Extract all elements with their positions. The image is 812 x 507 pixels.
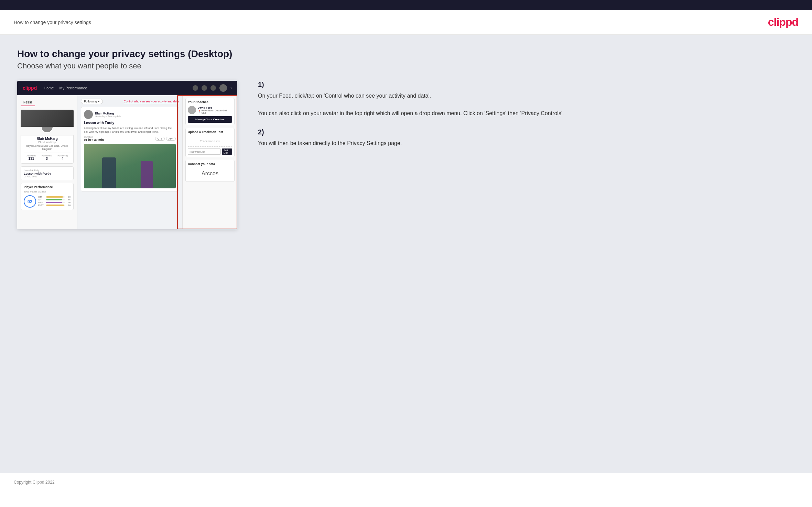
perf-bar-putt-val: 96 [66,204,71,206]
app-nav: clippd Home My Performance ▾ [17,81,237,95]
nav-avatar[interactable] [219,84,227,92]
post-author-row: Blair McHarg Yesterday · Sunningdale [84,110,176,119]
feed-tab[interactable]: Feed [21,99,35,106]
trackman-placeholder-text: Trackman Link [200,140,220,143]
latest-activity-card: Latest Activity Lesson with Fordy 03 Aug… [21,166,74,180]
coach-club-name: Royal North Devon Golf Club [202,109,232,114]
stat-followers-value: 3 [42,157,52,161]
breadcrumb: How to change your privacy settings [14,20,91,25]
nav-dropdown-icon: ▾ [230,87,232,90]
footer-copyright: Copyright Clippd 2022 [14,480,55,485]
app-right-panel: Your Coaches David Ford 📍 Royal North De… [182,95,237,229]
page-title: How to change your privacy settings (Des… [17,48,795,59]
post-image [84,144,176,188]
trackman-title: Upload a Trackman Test [188,130,232,134]
golf-figure-2 [141,161,153,188]
step-2-number: 2) [258,128,795,136]
privacy-link[interactable]: Control who can see your activity and da… [124,100,179,103]
connect-title: Connect your data [188,162,232,166]
golf-figure-1 [102,157,116,188]
app-sidebar: Feed Blair McHarg Plus Handicap Royal No… [17,95,77,229]
perf-bar-ott: OTT 90 [38,196,71,198]
search-icon[interactable] [193,85,198,91]
stat-activities-value: 131 [26,157,36,161]
perf-bar-ott-track [46,196,65,198]
perf-bar-app-label: APP [38,199,45,201]
stat-following: Following 4 [57,154,68,161]
plus-icon[interactable] [210,85,216,91]
stat-activities: Activities 131 [26,154,36,161]
latest-activity-name: Lesson with Fordy [24,172,71,175]
post-desc: Looking to feel like my hands are exitin… [84,126,176,134]
perf-title: Player Performance [24,185,71,189]
stat-activities-label: Activities [26,154,36,157]
step-1-text: On your Feed, click/tap on 'Control who … [258,91,795,118]
perf-bar-arg-track [46,202,65,203]
latest-activity-date: 03 Aug 2022 [24,175,71,178]
post-duration-info: Duration 01 hr : 30 min [84,136,104,142]
stat-followers-label: Followers [42,154,52,157]
coach-club: 📍 Royal North Devon Golf Club [198,109,232,114]
profile-handicap: Plus Handicap [24,141,71,144]
profile-name: Blair McHarg [24,137,71,141]
perf-bar-app-val: 85 [66,199,71,201]
perf-quality-label: Total Player Quality [24,190,71,193]
perf-bar-ott-label: OTT [38,196,45,198]
arccos-logo: Arccos [188,168,232,179]
connect-section: Connect your data Arccos [185,160,235,182]
step-2: 2) You will then be taken directly to th… [258,128,795,148]
app-nav-right: ▾ [193,84,232,92]
post-author-name: Blair McHarg [95,112,121,115]
app-feed: Following ▾ Control who can see your act… [77,95,182,229]
demo-wrapper: clippd Home My Performance ▾ Feed [17,81,795,229]
coaches-section: Your Coaches David Ford 📍 Royal North De… [185,98,235,125]
perf-bar-arg-fill [46,202,62,203]
manage-coaches-button[interactable]: Manage Your Coaches [188,116,232,123]
site-footer: Copyright Clippd 2022 [0,473,812,491]
stat-followers: Followers 3 [42,154,52,161]
main-content: How to change your privacy settings (Des… [0,35,812,473]
coach-info: David Ford 📍 Royal North Devon Golf Club [198,106,232,114]
perf-bar-putt: PUTT 96 [38,204,71,206]
post-author-avatar [84,110,93,119]
coach-row: David Ford 📍 Royal North Devon Golf Club [188,106,232,114]
perf-bar-putt-track [46,205,65,206]
page-subtitle: Choose what you want people to see [17,62,795,70]
coach-name: David Ford [198,106,232,109]
post-title: Lesson with Fordy [84,121,176,125]
profile-banner [21,110,74,127]
post-duration-row: Duration 01 hr : 30 min OTT APP [84,136,176,142]
following-button[interactable]: Following ▾ [81,99,103,104]
step-1: 1) On your Feed, click/tap on 'Control w… [258,81,795,118]
post-duration-value: 01 hr : 30 min [84,138,104,142]
app-nav-links: Home My Performance [44,86,87,90]
profile-card: Blair McHarg Plus Handicap Royal North D… [21,135,74,164]
trackman-add-button[interactable]: Add Link [222,148,232,155]
profile-club: Royal North Devon Golf Club, United King… [24,144,71,151]
perf-bar-arg: ARG 86 [38,201,71,203]
latest-activity-label: Latest Activity [24,169,71,172]
perf-bar-arg-label: ARG [38,201,45,203]
perf-bar-app: APP 85 [38,199,71,201]
post-tag-ott: OTT [155,137,165,141]
instructions: 1) On your Feed, click/tap on 'Control w… [251,81,795,158]
perf-bars: OTT 90 APP [38,196,71,207]
site-header: How to change your privacy settings clip… [0,10,812,35]
user-icon[interactable] [202,85,207,91]
post-author-meta: Yesterday · Sunningdale [95,115,121,118]
perf-score: 92 [24,195,36,208]
perf-bar-putt-label: PUTT [38,204,45,206]
post-duration-label: Duration [84,136,104,138]
site-logo: clippd [768,16,798,29]
profile-stats: Activities 131 Followers 3 Following 4 [24,153,71,161]
post-tag-app: APP [166,137,176,141]
post-tags: OTT APP [155,137,176,141]
coaches-title: Your Coaches [188,100,232,104]
post-author-info: Blair McHarg Yesterday · Sunningdale [95,112,121,118]
trackman-link-input[interactable] [188,148,221,155]
trackman-placeholder: Trackman Link [188,136,232,147]
feed-post: Blair McHarg Yesterday · Sunningdale Les… [81,107,179,191]
step-1-number: 1) [258,81,795,89]
trackman-section: Upload a Trackman Test Trackman Link Add… [185,128,235,157]
nav-link-home: Home [44,86,54,90]
